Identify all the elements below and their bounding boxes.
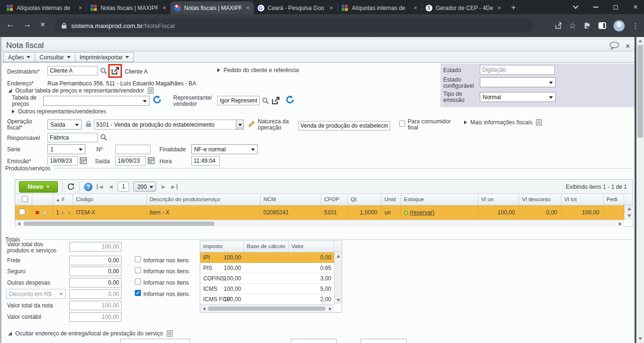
- scrollbar-thumb[interactable]: [24, 222, 215, 226]
- column-valor[interactable]: Valor: [289, 241, 334, 252]
- tipo-emissao-select[interactable]: Normal: [480, 92, 556, 102]
- tab-ceara-pesquisa[interactable]: G Ceará - Pesquisa Goo ×: [254, 1, 337, 14]
- tab-close-icon[interactable]: ×: [412, 4, 418, 11]
- window-restore-button[interactable]: [607, 0, 624, 14]
- novo-button[interactable]: Novo: [19, 181, 58, 193]
- outras-informar-checkbox[interactable]: [135, 278, 141, 285]
- calendar-icon[interactable]: [80, 157, 87, 164]
- help-icon[interactable]: ?: [84, 183, 93, 191]
- note-icon[interactable]: [148, 87, 154, 94]
- estado-configuravel-select[interactable]: [480, 77, 556, 87]
- search-icon[interactable]: [262, 97, 269, 104]
- scroll-up-icon[interactable]: [336, 255, 340, 258]
- search-icon[interactable]: [100, 67, 107, 74]
- profile-avatar[interactable]: [613, 20, 625, 32]
- frete-informar-checkbox[interactable]: [135, 256, 141, 262]
- tab-close-icon[interactable]: ×: [245, 4, 251, 11]
- window-minimize-button[interactable]: [587, 0, 604, 14]
- scroll-down-icon[interactable]: [627, 214, 631, 217]
- tab-gerador-cep[interactable]: S Gerador de CEP - 4De ×: [422, 1, 505, 14]
- saida-input[interactable]: [115, 156, 146, 166]
- column-imposto[interactable]: Imposto: [200, 241, 244, 252]
- back-icon[interactable]: ←: [6, 20, 14, 29]
- url-bar[interactable]: sistema.maxiprod.com.br/NotaFiscal: [55, 19, 534, 33]
- comments-bubble-icon[interactable]: [609, 41, 620, 50]
- tab-search-chevron-icon[interactable]: [567, 0, 584, 14]
- serie-select[interactable]: 1: [47, 144, 85, 154]
- scrollbar-thumb[interactable]: [637, 45, 643, 138]
- row-checkbox[interactable]: [19, 209, 25, 215]
- natureza-operacao-input[interactable]: [298, 121, 390, 130]
- emissao-input[interactable]: [47, 156, 78, 166]
- seguro-input[interactable]: [69, 267, 121, 276]
- search-icon[interactable]: [100, 134, 107, 141]
- entrega-partial-input-3[interactable]: [361, 339, 407, 343]
- tabela-precos-select[interactable]: [43, 96, 149, 106]
- page-prev-icon[interactable]: ◀: [108, 184, 114, 189]
- produto-row-selected[interactable]: ✖ 1 ∧ ∨ ITEM-X Item - X 02085241 5101 1,…: [15, 205, 633, 220]
- panel-close-icon[interactable]: ×: [625, 42, 630, 50]
- grid-refresh-icon[interactable]: [67, 183, 75, 191]
- outras-despesas-input[interactable]: [69, 278, 121, 287]
- scroll-up-icon[interactable]: [638, 39, 642, 42]
- impostos-vertical-scrollbar[interactable]: [334, 252, 342, 305]
- outros-representantes-collapsible[interactable]: Outros representantes/vendedores: [12, 108, 106, 115]
- scrollbar-thumb[interactable]: [208, 306, 326, 311]
- note-icon[interactable]: [167, 330, 173, 337]
- scroll-down-icon[interactable]: [638, 337, 642, 340]
- para-consumidor-checkbox[interactable]: [399, 121, 405, 127]
- entrega-partial-input-2[interactable]: [291, 339, 336, 343]
- imposto-row-cofins[interactable]: COFINS 100,00 3,00: [200, 273, 334, 284]
- column-base-calculo[interactable]: Base de cálculo: [244, 241, 289, 252]
- scroll-left-icon[interactable]: [18, 222, 20, 226]
- pedido-cliente-collapsible[interactable]: Pedido do cliente e referência: [217, 67, 299, 74]
- refresh-icon[interactable]: [285, 95, 295, 104]
- menu-consultar[interactable]: Consultar: [35, 52, 75, 62]
- page-last-icon[interactable]: ▶: [170, 184, 177, 189]
- page-first-icon[interactable]: ◀: [97, 184, 104, 189]
- column-estoque[interactable]: Estoque: [401, 194, 478, 205]
- page-number-input[interactable]: 1: [118, 182, 129, 192]
- new-tab-button[interactable]: +: [505, 3, 522, 14]
- scroll-right-icon[interactable]: [329, 307, 332, 311]
- tab-close-icon[interactable]: ×: [77, 4, 83, 11]
- tab-notas-fiscais-1[interactable]: Notas fiscais | MAXIPR ×: [87, 1, 170, 14]
- destinatario-input[interactable]: [47, 66, 98, 75]
- note-icon[interactable]: [536, 119, 542, 126]
- edit-pencil-icon[interactable]: [248, 120, 255, 128]
- column-descricao[interactable]: Descrição do produto/serviço: [147, 194, 261, 205]
- column-vl-tot[interactable]: Vl tot: [561, 194, 604, 205]
- scroll-left-icon[interactable]: [203, 307, 205, 311]
- ocultar-tabela-collapsible[interactable]: Ocultar tabela de preços e representante…: [8, 87, 154, 94]
- open-record-external-link-icon[interactable]: [111, 66, 120, 75]
- window-vertical-scrollbar[interactable]: [636, 37, 644, 343]
- column-cfop[interactable]: CFOP: [321, 194, 348, 205]
- column-vl-desconto[interactable]: Vl desconto: [519, 194, 561, 205]
- column-unid[interactable]: Unid: [382, 194, 401, 205]
- tab-notas-fiscais-active[interactable]: Notas fiscais | MAXIPR ×: [170, 1, 254, 14]
- page-next-icon[interactable]: ▶: [160, 184, 166, 189]
- tab-close-icon[interactable]: ×: [161, 4, 167, 11]
- refresh-icon[interactable]: [152, 95, 162, 104]
- numero-input[interactable]: [115, 145, 150, 154]
- seguro-informar-checkbox[interactable]: [135, 267, 141, 273]
- stop-icon[interactable]: ×: [40, 20, 45, 29]
- side-panel-icon[interactable]: [598, 22, 607, 29]
- column-num[interactable]: ▲ #: [53, 194, 73, 205]
- finalidade-select[interactable]: NF-e normal: [191, 144, 258, 154]
- menu-imprimir-exportar[interactable]: Imprimir/exportar: [75, 52, 134, 62]
- imposto-row-icms-fcp[interactable]: ICMS FCP 100,00 2,00: [200, 294, 334, 305]
- bookmark-star-icon[interactable]: ☆: [569, 21, 576, 31]
- row-reorder-icons[interactable]: ∧ ∨: [61, 210, 72, 215]
- select-all-checkbox[interactable]: [22, 196, 28, 202]
- scroll-up-icon[interactable]: [627, 207, 631, 210]
- grid-horizontal-scrollbar[interactable]: [15, 220, 624, 227]
- column-vl-un[interactable]: Vl un: [478, 194, 519, 205]
- imposto-row-icms[interactable]: ICMS 100,00 5,00: [200, 284, 334, 294]
- calendar-icon[interactable]: [148, 157, 155, 164]
- scroll-down-icon[interactable]: [336, 299, 340, 302]
- delete-row-icon[interactable]: ✖: [35, 210, 39, 215]
- tab-aliquotas-1[interactable]: Alíquotas internas de ×: [3, 1, 86, 14]
- mais-informacoes-collapsible[interactable]: Mais informações fiscais: [464, 119, 542, 126]
- operacao-fiscal-combo-button[interactable]: [236, 120, 244, 130]
